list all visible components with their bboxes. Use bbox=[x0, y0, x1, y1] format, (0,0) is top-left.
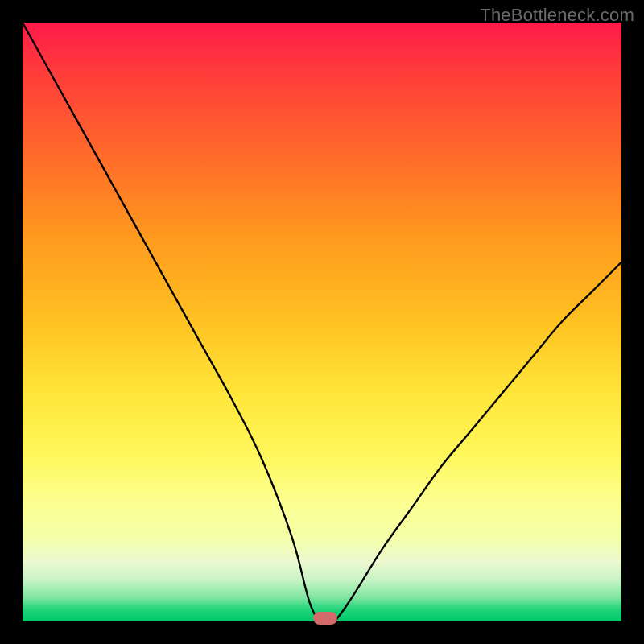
watermark-text: TheBottleneck.com bbox=[480, 5, 634, 26]
bottleneck-curve bbox=[23, 23, 621, 621]
optimal-marker bbox=[313, 612, 337, 625]
curve-path bbox=[23, 23, 621, 621]
plot-area bbox=[23, 23, 621, 621]
chart-stage: TheBottleneck.com bbox=[0, 0, 644, 644]
